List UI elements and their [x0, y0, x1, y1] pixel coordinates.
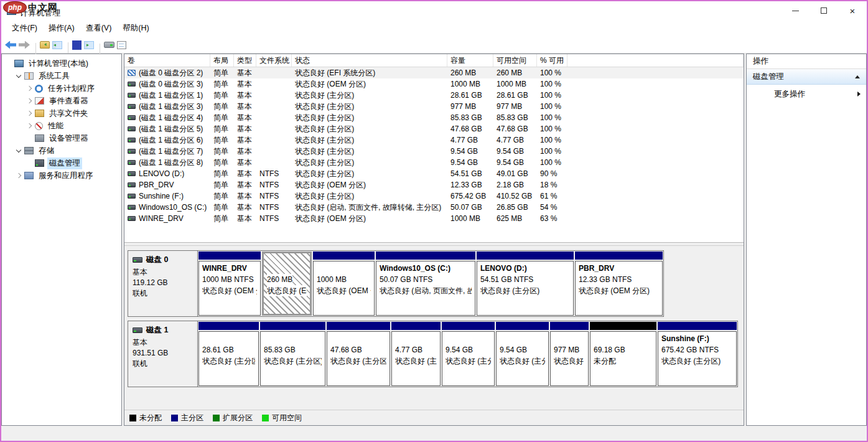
partition-tile[interactable]: 1000 MB 状态良好 (OEM 分区): [313, 252, 375, 316]
column-header-volume[interactable]: 卷: [124, 54, 210, 67]
volume-type: 基本: [234, 191, 256, 202]
show-console-tree-icon[interactable]: [40, 41, 50, 49]
volume-type: 基本: [234, 124, 256, 134]
partition-status-line: 状态良好 (主分区): [500, 355, 545, 367]
volume-name: (磁盘 1 磁盘分区 4): [139, 113, 203, 123]
volume-row[interactable]: (磁盘 1 磁盘分区 8) 简单 基本 状态良好 (主分区) 9.54 GB 9…: [124, 157, 744, 168]
partition-tile[interactable]: 85.83 GB 状态良好 (主分区): [260, 322, 325, 386]
partition-tile[interactable]: Sunshine (F:) 675.42 GB NTFS 状态良好 (主分区): [658, 322, 737, 386]
tree-item-storage[interactable]: 存储: [2, 144, 121, 157]
partition-tile[interactable]: 28.61 GB 状态良好 (主分区): [198, 322, 259, 386]
volume-row[interactable]: WINRE_DRV 简单 基本 NTFS 状态良好 (OEM 分区) 1000 …: [124, 213, 744, 224]
partition-type-bar: [496, 322, 549, 330]
tree-item-services-applications[interactable]: 服务和应用程序: [2, 169, 121, 182]
volume-status: 状态良好 (主分区): [292, 191, 447, 202]
partition-size-line: 50.07 GB NTFS: [380, 274, 472, 285]
tree-expander-icon[interactable]: [14, 174, 23, 177]
volume-icon: [128, 194, 136, 199]
tree-item-event-viewer[interactable]: 事件查看器: [2, 95, 121, 107]
menu-file[interactable]: 文件(F): [6, 21, 43, 36]
volume-free-space: 85.83 GB: [493, 113, 537, 122]
partition-tile[interactable]: LENOVO (D:) 54.51 GB NTFS 状态良好 (主分区): [477, 252, 574, 316]
properties-checklist-icon[interactable]: [117, 41, 126, 49]
volume-row[interactable]: (磁盘 1 磁盘分区 5) 简单 基本 状态良好 (主分区) 47.68 GB …: [124, 123, 744, 134]
tree-expander-icon[interactable]: [14, 149, 23, 152]
column-header-status[interactable]: 状态: [292, 54, 447, 67]
console-icon[interactable]: [104, 42, 114, 48]
volume-row[interactable]: (磁盘 1 磁盘分区 7) 简单 基本 状态良好 (主分区) 9.54 GB 9…: [124, 146, 744, 157]
tree-item-system-tools[interactable]: 系统工具: [2, 70, 121, 82]
volume-row[interactable]: Windows10_OS (C:) 简单 基本 NTFS 状态良好 (启动, 页…: [124, 202, 744, 213]
column-header-capacity[interactable]: 容量: [447, 54, 493, 67]
partition-tile[interactable]: PBR_DRV 12.33 GB NTFS 状态良好 (OEM 分区): [575, 252, 663, 316]
partition-tile[interactable]: Windows10_OS (C:) 50.07 GB NTFS 状态良好 (启动…: [376, 252, 475, 316]
volume-status: 状态良好 (主分区): [292, 158, 447, 168]
volume-free-space: 28.61 GB: [493, 91, 537, 100]
menu-action[interactable]: 操作(A): [43, 21, 80, 36]
actions-group-disk-management[interactable]: 磁盘管理: [747, 69, 866, 85]
legend-swatch-icon: [262, 415, 269, 421]
volume-capacity: 675.42 GB: [447, 192, 493, 200]
tree-item-performance[interactable]: 性能: [2, 120, 121, 132]
tree-item-shared-folders[interactable]: 共享文件夹: [2, 107, 121, 120]
partition-status-line: 未分配: [594, 355, 653, 367]
volume-row[interactable]: Sunshine (F:) 简单 基本 NTFS 状态良好 (主分区) 675.…: [124, 190, 744, 202]
tree-item-disk-management[interactable]: 磁盘管理: [2, 157, 121, 169]
volume-name: (磁盘 1 磁盘分区 7): [139, 146, 203, 157]
volume-row[interactable]: (磁盘 1 磁盘分区 1) 简单 基本 状态良好 (主分区) 28.61 GB …: [124, 90, 744, 101]
tree-item-label: 性能: [46, 120, 65, 132]
volume-percent-free: 100 %: [537, 113, 567, 122]
maximize-button[interactable]: [810, 1, 838, 20]
column-header-filesystem[interactable]: 文件系统: [256, 54, 292, 67]
tree-item-device-manager[interactable]: 设备管理器: [2, 132, 121, 144]
tree-expander-icon[interactable]: [14, 75, 23, 77]
tree-item-computer-management[interactable]: 计算机管理(本地): [2, 57, 121, 70]
volume-row[interactable]: (磁盘 0 磁盘分区 3) 简单 基本 状态良好 (OEM 分区) 1000 M…: [124, 78, 744, 90]
back-icon[interactable]: [5, 41, 16, 49]
volume-row[interactable]: (磁盘 1 磁盘分区 3) 简单 基本 状态良好 (主分区) 977 MB 97…: [124, 101, 744, 112]
volume-layout: 简单: [210, 68, 234, 78]
volume-free-space: 9.54 GB: [493, 158, 537, 167]
menu-view[interactable]: 查看(V): [80, 21, 118, 36]
column-header-type[interactable]: 类型: [234, 54, 256, 67]
forward-icon[interactable]: [19, 41, 30, 49]
volume-row[interactable]: (磁盘 1 磁盘分区 4) 简单 基本 状态良好 (主分区) 85.83 GB …: [124, 112, 744, 123]
column-header-layout[interactable]: 布局: [210, 54, 234, 67]
tree-expander-icon[interactable]: [25, 87, 34, 90]
volume-capacity: 54.51 GB: [447, 169, 493, 178]
tools-icon: [24, 72, 34, 80]
partition-tile[interactable]: 9.54 GB 状态良好 (主分区): [442, 322, 495, 386]
partition-type-bar: [575, 252, 663, 260]
actions-pane: 操作 磁盘管理 更多操作: [746, 54, 867, 426]
column-header-percent-free[interactable]: % 可用: [537, 54, 567, 67]
partition-tile[interactable]: 9.54 GB 状态良好 (主分区): [496, 322, 549, 386]
volume-status: 状态良好 (启动, 页面文件, 故障转储, 主分区): [292, 202, 447, 213]
volume-type: 基本: [234, 113, 256, 123]
volume-row[interactable]: LENOVO (D:) 简单 基本 NTFS 状态良好 (主分区) 54.51 …: [124, 168, 744, 179]
partition-tile[interactable]: 47.68 GB 状态良好 (主分区): [327, 322, 390, 386]
tree-expander-icon[interactable]: [25, 99, 34, 103]
volume-row[interactable]: (磁盘 0 磁盘分区 2) 简单 基本 状态良好 (EFI 系统分区) 260 …: [124, 67, 744, 78]
tree-item-task-scheduler[interactable]: 任务计划程序: [2, 82, 121, 95]
partition-tile[interactable]: 69.18 GB 未分配: [590, 322, 656, 386]
column-header-free-space[interactable]: 可用空间: [493, 54, 537, 67]
partition-tile[interactable]: 977 MB 状态良好: [550, 322, 589, 386]
partition-tile[interactable]: WINRE_DRV 1000 MB NTFS 状态良好 (OEM 分区): [198, 252, 261, 316]
menu-help[interactable]: 帮助(H): [117, 21, 154, 36]
collapse-icon[interactable]: [855, 75, 860, 78]
partition-tile[interactable]: 260 MB 状态良好 (EFI 系统分区): [262, 252, 312, 316]
more-actions-item[interactable]: 更多操作: [747, 85, 866, 103]
volume-status: 状态良好 (EFI 系统分区): [292, 68, 447, 78]
volume-row[interactable]: (磁盘 1 磁盘分区 6) 简单 基本 状态良好 (主分区) 4.77 GB 4…: [124, 134, 744, 146]
minimize-button[interactable]: [781, 1, 810, 20]
disk-label[interactable]: 磁盘 0 基本 119.12 GB 联机: [128, 251, 198, 316]
disk-label[interactable]: 磁盘 1 基本 931.51 GB 联机: [128, 321, 198, 387]
partition-tile[interactable]: 4.77 GB 状态良好 (主分区): [391, 322, 441, 386]
volume-row[interactable]: PBR_DRV 简单 基本 NTFS 状态良好 (OEM 分区) 12.33 G…: [124, 179, 744, 190]
show-hide-console-tree-icon[interactable]: [52, 41, 62, 49]
close-button[interactable]: ×: [838, 1, 867, 20]
tree-expander-icon[interactable]: [25, 124, 34, 128]
tree-expander-icon[interactable]: [25, 111, 34, 115]
show-hide-action-pane-icon[interactable]: [84, 41, 94, 49]
help-icon[interactable]: [72, 40, 82, 50]
